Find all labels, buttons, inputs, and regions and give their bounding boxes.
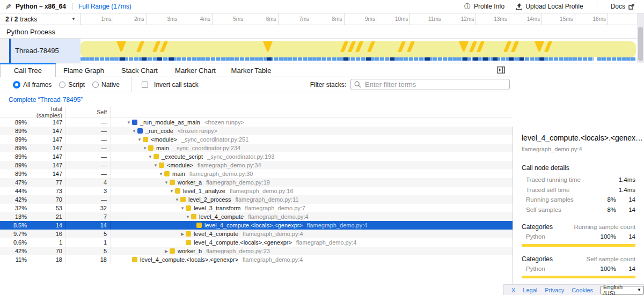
tree-row[interactable]: 89%147—▼_execute_script_sync_coordinator… bbox=[0, 152, 513, 161]
time-tick: 6ms bbox=[245, 13, 278, 25]
cell-tree: level_4_compute.<locals>.<genexpr>flameg… bbox=[121, 221, 513, 230]
tree-row[interactable]: 44%733▼level_1_analyzeflamegraph_demo.py… bbox=[0, 187, 513, 195]
upload-profile-button[interactable]: Upload Local Profile bbox=[512, 3, 587, 10]
thread-track-label[interactable]: Thread-78495 bbox=[11, 39, 80, 63]
total-percent: 89% bbox=[0, 136, 27, 143]
tree-row[interactable]: 8.5%1414level_4_compute.<locals>.<genexp… bbox=[0, 221, 513, 230]
frame-location: flamegraph_demo.py:23 bbox=[206, 248, 270, 254]
tree-row[interactable]: 89%147—▼<module>_sync_coordinator.py:251 bbox=[0, 135, 513, 144]
footer-link-cookies[interactable]: Cookies bbox=[572, 287, 593, 293]
frame-location: flamegraph_demo.py:7 bbox=[245, 205, 305, 211]
footer-link-privacy[interactable]: Privacy bbox=[545, 287, 564, 293]
cell-self: — bbox=[66, 118, 111, 127]
radio-all-frames[interactable]: All frames bbox=[13, 81, 52, 88]
docs-button[interactable]: Docs bbox=[606, 3, 639, 10]
cell-spacer bbox=[111, 118, 114, 127]
cell-self: 7 bbox=[66, 212, 111, 221]
tree-row[interactable]: 47%774▼worker_aflamegraph_demo.py:19 bbox=[0, 178, 513, 187]
process-track-header[interactable]: Python Process bbox=[0, 25, 644, 39]
tree-row[interactable]: 42%705▶worker_bflamegraph_demo.py:23 bbox=[0, 247, 513, 255]
twisty-open-icon[interactable]: ▼ bbox=[158, 172, 164, 176]
cell-spacer bbox=[114, 230, 121, 238]
total-count: 16 bbox=[27, 231, 65, 237]
footer-link-x[interactable]: X bbox=[511, 287, 515, 293]
details-sidebar: level_4_compute.<locals>.<genex… flamegr… bbox=[513, 127, 644, 295]
frame-location: flamegraph_demo.py:30 bbox=[189, 171, 253, 177]
tracks-count-dropdown[interactable]: 2 / 2 tracks ▼ bbox=[0, 13, 80, 25]
twisty-open-icon[interactable]: ▼ bbox=[147, 154, 153, 159]
thread-track-row[interactable]: Thread-78495 bbox=[0, 39, 644, 63]
breadcrumb-root-link[interactable]: Complete “Thread-78495” bbox=[9, 96, 83, 104]
total-count: 147 bbox=[27, 153, 65, 160]
radio-script[interactable]: Script bbox=[59, 81, 85, 88]
cell-spacer bbox=[114, 169, 121, 178]
full-range-link[interactable]: Full Range (17ms) bbox=[78, 3, 131, 10]
detail-value: 1.4ms bbox=[616, 175, 635, 185]
tracks-scrollbar-thumb[interactable] bbox=[638, 27, 643, 61]
tree-row[interactable]: 89%147—▼_run_code<frozen runpy> bbox=[0, 127, 513, 135]
filter-stacks-input[interactable] bbox=[350, 79, 510, 90]
twisty-open-icon[interactable]: ▼ bbox=[136, 137, 143, 142]
total-percent: 11% bbox=[0, 256, 27, 263]
edit-pencil-icon[interactable]: ✎ bbox=[5, 3, 11, 11]
cell-spacer bbox=[111, 230, 114, 238]
twisty-open-icon[interactable]: ▼ bbox=[126, 120, 132, 125]
radio-native[interactable]: Native bbox=[92, 81, 120, 88]
total-percent: 89% bbox=[0, 145, 27, 151]
radio-label: All frames bbox=[23, 81, 52, 88]
tree-row[interactable]: 0.6%11level_4_compute.<locals>.<genexpr>… bbox=[0, 238, 513, 247]
sample-block bbox=[493, 57, 497, 61]
call-node-details-header: Call node details bbox=[513, 152, 644, 175]
total-percent: 42% bbox=[0, 248, 27, 254]
total-count: 70 bbox=[27, 248, 65, 254]
tree-row[interactable]: 32%5332▼level_3_transformflamegraph_demo… bbox=[0, 204, 513, 212]
footer-link-legal[interactable]: Legal bbox=[523, 287, 537, 293]
column-self-header[interactable]: Self bbox=[66, 107, 111, 117]
category-icon bbox=[186, 231, 191, 237]
twisty-open-icon[interactable]: ▼ bbox=[142, 146, 148, 151]
cell-spacer bbox=[111, 255, 114, 264]
tree-row[interactable]: 11%1818level_4_compute.<locals>.<genexpr… bbox=[0, 255, 513, 264]
cell-tree: ▼level_2_processflamegraph_demo.py:11 bbox=[121, 195, 513, 204]
profile-info-button[interactable]: ⓘ Profile Info bbox=[460, 3, 509, 10]
cell-self: — bbox=[66, 127, 111, 135]
cell-spacer bbox=[111, 187, 114, 195]
cell-self: — bbox=[66, 195, 111, 204]
tree-row[interactable]: 89%147—▼_run_module_as_main<frozen runpy… bbox=[0, 118, 513, 127]
twisty-open-icon[interactable]: ▼ bbox=[152, 163, 159, 168]
category-icon bbox=[132, 257, 137, 262]
language-select[interactable]: English (US) ▼ bbox=[601, 286, 644, 294]
twisty-open-icon[interactable]: ▼ bbox=[174, 197, 180, 202]
twisty-closed-icon[interactable]: ▶ bbox=[163, 249, 170, 254]
cell-tree: ▼_execute_script_sync_coordinator.py:193 bbox=[121, 152, 513, 161]
cell-self: — bbox=[66, 152, 111, 161]
tree-row[interactable]: 42%70—▼level_2_processflamegraph_demo.py… bbox=[0, 195, 513, 204]
total-percent: 0.6% bbox=[0, 239, 27, 246]
twisty-open-icon[interactable]: ▼ bbox=[185, 215, 191, 219]
radio-label: Native bbox=[101, 81, 120, 88]
thread-activity-graph[interactable] bbox=[80, 39, 637, 63]
cell-spacer bbox=[114, 221, 121, 230]
tree-row[interactable]: 89%147—▼<module>flamegraph_demo.py:34 bbox=[0, 161, 513, 169]
total-count: 147 bbox=[27, 162, 65, 168]
divider bbox=[131, 77, 132, 92]
twisty-open-icon[interactable]: ▼ bbox=[131, 129, 137, 134]
marker-blob-icon bbox=[535, 41, 544, 51]
tree-row[interactable]: 89%147—▼main_sync_coordinator.py:234 bbox=[0, 144, 513, 152]
tree-row[interactable]: 9.7%165▶level_4_computeflamegraph_demo.p… bbox=[0, 230, 513, 238]
twisty-open-icon[interactable]: ▼ bbox=[179, 206, 186, 211]
cell-self: 18 bbox=[66, 255, 111, 264]
tree-row[interactable]: 13%217▼level_4_computeflamegraph_demo.py… bbox=[0, 212, 513, 221]
twisty-open-icon[interactable]: ▼ bbox=[169, 189, 175, 194]
column-total-header[interactable]: Total (samples) bbox=[0, 107, 66, 117]
cell-self: — bbox=[66, 144, 111, 152]
cell-total: 89%147 bbox=[0, 118, 66, 127]
track-gutter bbox=[0, 39, 9, 63]
twisty-open-icon[interactable]: ▼ bbox=[163, 180, 170, 185]
tree-row[interactable]: 89%147—▼mainflamegraph_demo.py:30 bbox=[0, 169, 513, 178]
selected-node-location: flamegraph_demo.py:4 bbox=[513, 142, 644, 152]
invert-call-stack-checkbox[interactable]: Invert call stack bbox=[142, 81, 199, 88]
cell-spacer bbox=[111, 178, 114, 187]
twisty-closed-icon[interactable]: ▶ bbox=[179, 232, 186, 237]
category-name: Python bbox=[526, 264, 594, 274]
